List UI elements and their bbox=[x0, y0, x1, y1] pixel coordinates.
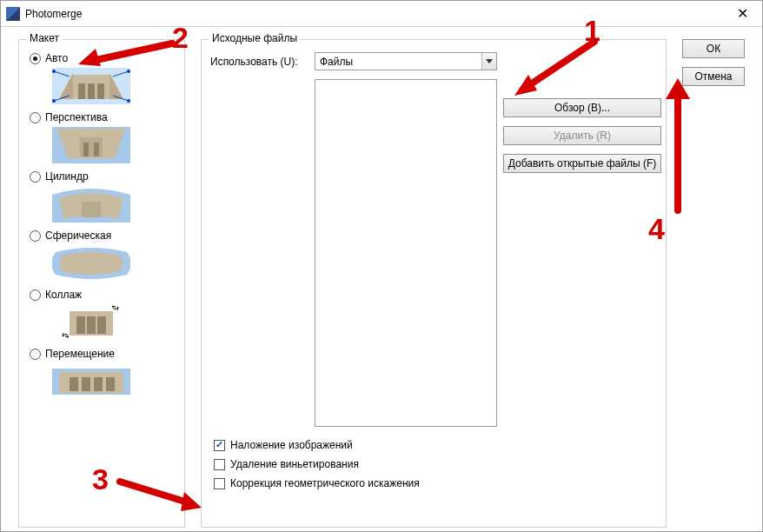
radio-icon bbox=[30, 289, 41, 301]
svg-rect-23 bbox=[87, 316, 96, 334]
app-icon bbox=[6, 7, 20, 21]
check-label: Удаление виньетирования bbox=[230, 458, 359, 470]
use-label: Использовать (U): bbox=[210, 56, 308, 68]
svg-rect-27 bbox=[70, 377, 78, 391]
layout-radio-perspective[interactable]: Перспектива bbox=[28, 111, 176, 123]
remove-button[interactable]: Удалить (R) bbox=[503, 126, 661, 145]
svg-point-13 bbox=[127, 70, 130, 73]
radio-icon bbox=[30, 349, 41, 360]
svg-rect-5 bbox=[88, 83, 95, 99]
layout-legend: Макет bbox=[26, 32, 63, 44]
layout-radio-collage[interactable]: Коллаж bbox=[28, 289, 176, 301]
layout-option-collage: Коллаж bbox=[28, 289, 176, 341]
svg-rect-20 bbox=[82, 202, 101, 217]
layout-radio-cylinder[interactable]: Цилиндр bbox=[28, 170, 176, 183]
layout-label: Цилиндр bbox=[45, 170, 89, 183]
layout-radio-auto[interactable]: Авто bbox=[28, 52, 176, 64]
source-buttons: Обзор (B)... Удалить (R) Добавить открыт… bbox=[503, 98, 661, 173]
cancel-button[interactable]: Отмена bbox=[682, 67, 745, 86]
radio-icon bbox=[30, 53, 41, 64]
layout-radio-spherical[interactable]: Сферическая bbox=[28, 229, 176, 242]
layout-label: Коллаж bbox=[45, 289, 82, 301]
layout-thumb-perspective bbox=[52, 127, 130, 163]
layout-option-spherical: Сферическая bbox=[28, 229, 176, 282]
svg-rect-6 bbox=[97, 83, 104, 99]
dialog-actions: ОК Отмена bbox=[682, 39, 745, 528]
check-vignette[interactable]: Удаление виньетирования bbox=[214, 458, 657, 470]
source-legend: Исходные файлы bbox=[209, 32, 301, 44]
svg-marker-31 bbox=[486, 59, 493, 63]
layout-thumb-auto bbox=[52, 68, 130, 104]
close-icon[interactable]: ✕ bbox=[722, 1, 762, 27]
svg-point-12 bbox=[52, 99, 56, 103]
use-value: Файлы bbox=[320, 56, 353, 68]
browse-button[interactable]: Обзор (B)... bbox=[503, 98, 661, 117]
svg-rect-22 bbox=[76, 316, 85, 334]
chevron-down-icon bbox=[481, 53, 496, 70]
checkbox-icon bbox=[214, 478, 225, 489]
layout-label: Авто bbox=[45, 52, 68, 64]
svg-rect-28 bbox=[82, 377, 90, 391]
layout-option-auto: Авто bbox=[28, 52, 176, 104]
radio-icon bbox=[30, 171, 41, 183]
checkbox-icon bbox=[214, 440, 225, 451]
check-label: Наложение изображений bbox=[230, 439, 353, 451]
titlebar: Photomerge ✕ bbox=[1, 1, 762, 27]
layout-option-reposition: Перемещение bbox=[28, 348, 176, 400]
svg-point-14 bbox=[127, 99, 130, 103]
window-title: Photomerge bbox=[25, 8, 722, 20]
photomerge-dialog: Photomerge ✕ Макет Авто bbox=[0, 0, 763, 532]
layout-radio-reposition[interactable]: Перемещение bbox=[28, 348, 176, 360]
check-label: Коррекция геометрического искажения bbox=[230, 477, 420, 489]
layout-thumb-cylinder bbox=[52, 186, 130, 223]
layout-label: Перемещение bbox=[45, 348, 115, 360]
svg-rect-4 bbox=[78, 83, 85, 99]
checkbox-icon bbox=[214, 459, 225, 470]
radio-icon bbox=[30, 230, 41, 242]
layout-thumb-spherical bbox=[52, 245, 130, 282]
svg-rect-24 bbox=[97, 316, 106, 334]
svg-rect-17 bbox=[80, 137, 103, 156]
layout-thumb-reposition bbox=[52, 363, 130, 400]
svg-rect-19 bbox=[94, 143, 99, 156]
svg-rect-29 bbox=[94, 377, 103, 391]
radio-icon bbox=[30, 112, 41, 123]
layout-thumb-collage bbox=[52, 304, 130, 341]
svg-point-11 bbox=[52, 70, 56, 73]
svg-rect-30 bbox=[106, 377, 115, 391]
check-blend[interactable]: Наложение изображений bbox=[214, 439, 657, 451]
use-combobox[interactable]: Файлы bbox=[315, 52, 497, 70]
client-area: Макет Авто bbox=[1, 27, 762, 532]
layout-option-perspective: Перспектива bbox=[28, 111, 176, 163]
layout-label: Перспектива bbox=[45, 111, 108, 123]
check-geom[interactable]: Коррекция геометрического искажения bbox=[214, 477, 657, 489]
file-list[interactable] bbox=[315, 79, 497, 427]
layout-label: Сферическая bbox=[45, 229, 111, 242]
layout-option-cylinder: Цилиндр bbox=[28, 170, 176, 223]
ok-button[interactable]: ОК bbox=[682, 39, 745, 58]
add-open-button[interactable]: Добавить открытые файлы (F) bbox=[503, 154, 661, 173]
svg-rect-18 bbox=[83, 143, 89, 156]
layout-group: Макет Авто bbox=[18, 39, 185, 528]
